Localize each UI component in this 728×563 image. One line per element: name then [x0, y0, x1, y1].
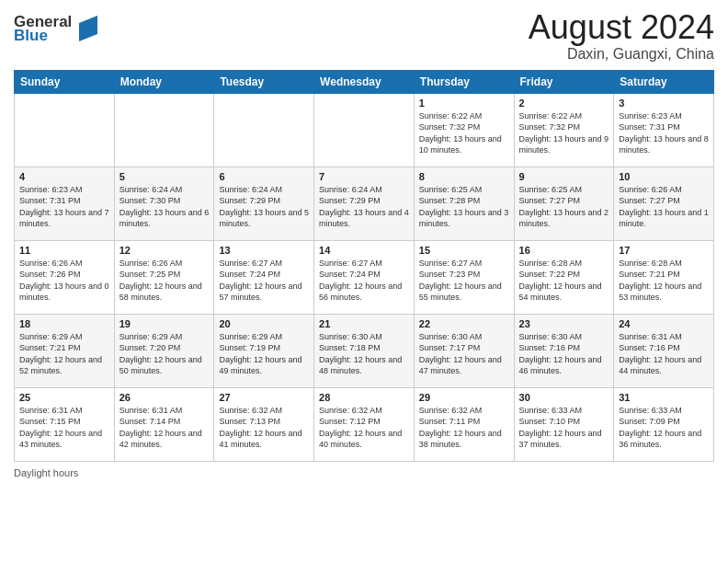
day-cell: 30Sunrise: 6:33 AM Sunset: 7:10 PM Dayli… [514, 387, 614, 461]
day-info: Sunrise: 6:30 AM Sunset: 7:17 PM Dayligh… [419, 331, 509, 377]
day-info: Sunrise: 6:31 AM Sunset: 7:14 PM Dayligh… [119, 405, 210, 451]
day-cell: 8Sunrise: 6:25 AM Sunset: 7:28 PM Daylig… [414, 167, 514, 240]
day-number: 1 [419, 98, 509, 109]
title-area: August 2024 Daxin, Guangxi, China [529, 9, 714, 63]
day-number: 2 [519, 98, 609, 109]
day-number: 27 [219, 392, 309, 403]
day-number: 16 [519, 245, 609, 256]
day-number: 19 [119, 318, 210, 329]
day-number: 9 [519, 171, 609, 182]
day-number: 18 [19, 318, 109, 329]
day-cell: 14Sunrise: 6:27 AM Sunset: 7:24 PM Dayli… [314, 240, 415, 314]
day-number: 24 [619, 318, 709, 329]
day-cell [114, 93, 214, 167]
day-cell: 20Sunrise: 6:29 AM Sunset: 7:19 PM Dayli… [214, 314, 314, 387]
day-info: Sunrise: 6:29 AM Sunset: 7:20 PM Dayligh… [119, 331, 210, 377]
day-number: 22 [419, 318, 509, 329]
day-number: 26 [119, 392, 210, 403]
day-number: 14 [319, 245, 409, 256]
day-info: Sunrise: 6:24 AM Sunset: 7:30 PM Dayligh… [119, 184, 210, 230]
day-info: Sunrise: 6:33 AM Sunset: 7:09 PM Dayligh… [619, 405, 709, 451]
day-cell: 5Sunrise: 6:24 AM Sunset: 7:30 PM Daylig… [114, 167, 214, 240]
header: General Blue August 2024 Daxin, Guangxi,… [14, 9, 714, 63]
day-cell: 19Sunrise: 6:29 AM Sunset: 7:20 PM Dayli… [114, 314, 214, 387]
day-cell: 13Sunrise: 6:27 AM Sunset: 7:24 PM Dayli… [214, 240, 314, 314]
day-info: Sunrise: 6:24 AM Sunset: 7:29 PM Dayligh… [319, 184, 409, 230]
day-number: 6 [219, 171, 309, 182]
day-cell [314, 93, 415, 167]
day-info: Sunrise: 6:32 AM Sunset: 7:11 PM Dayligh… [419, 405, 509, 451]
day-cell: 16Sunrise: 6:28 AM Sunset: 7:22 PM Dayli… [514, 240, 614, 314]
header-cell-monday: Monday [114, 70, 214, 93]
day-info: Sunrise: 6:27 AM Sunset: 7:24 PM Dayligh… [319, 258, 409, 304]
day-info: Sunrise: 6:25 AM Sunset: 7:27 PM Dayligh… [519, 184, 609, 230]
day-cell: 31Sunrise: 6:33 AM Sunset: 7:09 PM Dayli… [614, 387, 714, 461]
day-info: Sunrise: 6:30 AM Sunset: 7:16 PM Dayligh… [519, 331, 609, 377]
day-cell: 18Sunrise: 6:29 AM Sunset: 7:21 PM Dayli… [15, 314, 115, 387]
day-cell: 26Sunrise: 6:31 AM Sunset: 7:14 PM Dayli… [114, 387, 214, 461]
logo-text: General Blue [14, 14, 97, 44]
header-cell-saturday: Saturday [614, 70, 714, 93]
day-cell: 4Sunrise: 6:23 AM Sunset: 7:31 PM Daylig… [15, 167, 115, 240]
day-number: 29 [419, 392, 509, 403]
week-row-4: 18Sunrise: 6:29 AM Sunset: 7:21 PM Dayli… [15, 314, 714, 387]
day-cell: 22Sunrise: 6:30 AM Sunset: 7:17 PM Dayli… [414, 314, 514, 387]
day-cell: 7Sunrise: 6:24 AM Sunset: 7:29 PM Daylig… [314, 167, 415, 240]
day-number: 21 [319, 318, 409, 329]
day-info: Sunrise: 6:27 AM Sunset: 7:23 PM Dayligh… [419, 258, 509, 304]
day-number: 8 [419, 171, 509, 182]
day-cell: 25Sunrise: 6:31 AM Sunset: 7:15 PM Dayli… [15, 387, 115, 461]
day-cell: 6Sunrise: 6:24 AM Sunset: 7:29 PM Daylig… [214, 167, 314, 240]
day-cell: 12Sunrise: 6:26 AM Sunset: 7:25 PM Dayli… [114, 240, 214, 314]
header-row: SundayMondayTuesdayWednesdayThursdayFrid… [15, 70, 714, 93]
day-cell: 24Sunrise: 6:31 AM Sunset: 7:16 PM Dayli… [614, 314, 714, 387]
header-cell-friday: Friday [514, 70, 614, 93]
day-number: 17 [619, 245, 709, 256]
day-info: Sunrise: 6:27 AM Sunset: 7:24 PM Dayligh… [219, 258, 309, 304]
logo: General Blue [14, 14, 97, 44]
day-info: Sunrise: 6:26 AM Sunset: 7:27 PM Dayligh… [619, 184, 709, 230]
header-cell-tuesday: Tuesday [214, 70, 314, 93]
day-info: Sunrise: 6:31 AM Sunset: 7:16 PM Dayligh… [619, 331, 709, 377]
day-cell: 17Sunrise: 6:28 AM Sunset: 7:21 PM Dayli… [614, 240, 714, 314]
day-info: Sunrise: 6:26 AM Sunset: 7:25 PM Dayligh… [119, 258, 210, 304]
day-info: Sunrise: 6:30 AM Sunset: 7:18 PM Dayligh… [319, 331, 409, 377]
day-cell: 11Sunrise: 6:26 AM Sunset: 7:26 PM Dayli… [15, 240, 115, 314]
day-info: Sunrise: 6:29 AM Sunset: 7:21 PM Dayligh… [19, 331, 109, 377]
day-info: Sunrise: 6:29 AM Sunset: 7:19 PM Dayligh… [219, 331, 309, 377]
day-info: Sunrise: 6:28 AM Sunset: 7:22 PM Dayligh… [519, 258, 609, 304]
day-info: Sunrise: 6:26 AM Sunset: 7:26 PM Dayligh… [19, 258, 109, 304]
day-info: Sunrise: 6:22 AM Sunset: 7:32 PM Dayligh… [519, 110, 609, 156]
week-row-3: 11Sunrise: 6:26 AM Sunset: 7:26 PM Dayli… [15, 240, 714, 314]
day-number: 30 [519, 392, 609, 403]
day-info: Sunrise: 6:32 AM Sunset: 7:13 PM Dayligh… [219, 405, 309, 451]
day-cell: 28Sunrise: 6:32 AM Sunset: 7:12 PM Dayli… [314, 387, 415, 461]
day-info: Sunrise: 6:23 AM Sunset: 7:31 PM Dayligh… [19, 184, 109, 230]
day-cell: 10Sunrise: 6:26 AM Sunset: 7:27 PM Dayli… [614, 167, 714, 240]
day-cell: 21Sunrise: 6:30 AM Sunset: 7:18 PM Dayli… [314, 314, 415, 387]
day-cell: 2Sunrise: 6:22 AM Sunset: 7:32 PM Daylig… [514, 93, 614, 167]
day-number: 23 [519, 318, 609, 329]
day-cell: 1Sunrise: 6:22 AM Sunset: 7:32 PM Daylig… [414, 93, 514, 167]
day-cell: 3Sunrise: 6:23 AM Sunset: 7:31 PM Daylig… [614, 93, 714, 167]
header-cell-wednesday: Wednesday [314, 70, 415, 93]
day-cell [214, 93, 314, 167]
day-number: 4 [19, 171, 109, 182]
logo-icon [75, 16, 97, 41]
day-info: Sunrise: 6:32 AM Sunset: 7:12 PM Dayligh… [319, 405, 409, 451]
location: Daxin, Guangxi, China [529, 46, 714, 63]
day-cell: 27Sunrise: 6:32 AM Sunset: 7:13 PM Dayli… [214, 387, 314, 461]
header-cell-thursday: Thursday [414, 70, 514, 93]
day-number: 25 [19, 392, 109, 403]
footer-label: Daylight hours [14, 467, 78, 478]
day-info: Sunrise: 6:28 AM Sunset: 7:21 PM Dayligh… [619, 258, 709, 304]
svg-marker-0 [79, 16, 97, 41]
day-number: 5 [119, 171, 210, 182]
day-number: 7 [319, 171, 409, 182]
day-number: 31 [619, 392, 709, 403]
day-number: 12 [119, 245, 210, 256]
day-number: 28 [319, 392, 409, 403]
day-number: 20 [219, 318, 309, 329]
day-cell: 15Sunrise: 6:27 AM Sunset: 7:23 PM Dayli… [414, 240, 514, 314]
week-row-1: 1Sunrise: 6:22 AM Sunset: 7:32 PM Daylig… [15, 93, 714, 167]
